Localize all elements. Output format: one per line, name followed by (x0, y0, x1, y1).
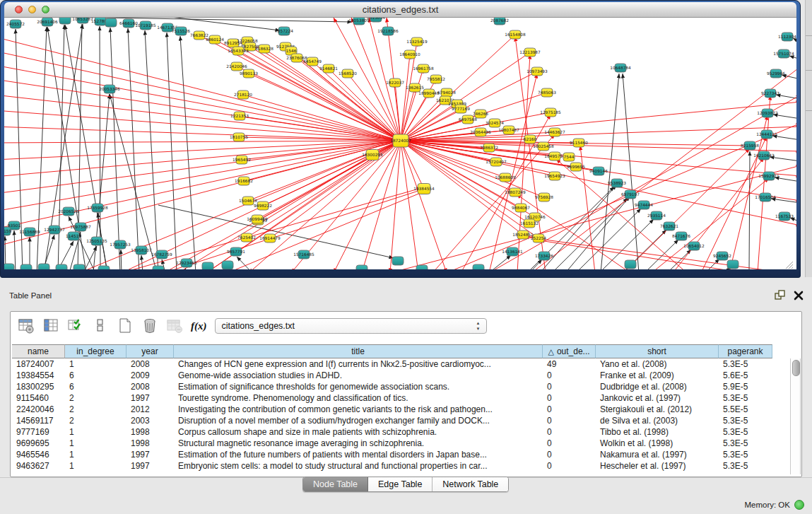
cell-pagerank[interactable]: 5.3E-5 (719, 450, 772, 460)
column-header-year[interactable]: year (126, 344, 174, 358)
graph-node[interactable] (4, 264, 14, 269)
cell-pagerank[interactable]: 5.6E-5 (719, 370, 772, 380)
cell-in_degree[interactable]: 2 (65, 416, 126, 426)
cell-name[interactable]: 9777169 (12, 427, 65, 437)
graph-node[interactable] (105, 18, 117, 27)
cell-title[interactable]: Changes of HCN gene expression and I(f) … (174, 359, 543, 369)
tab-edge-table[interactable]: Edge Table (368, 477, 433, 491)
cell-title[interactable]: Embryonic stem cells: a model to study s… (174, 461, 543, 471)
cell-pagerank[interactable]: 5.3E-5 (719, 393, 772, 403)
cell-short[interactable]: Franke et al. (2009) (596, 370, 719, 380)
cell-title[interactable]: Disruption of a novel member of a sodium… (174, 416, 543, 426)
cell-in_degree[interactable]: 6 (65, 370, 126, 380)
cell-year[interactable]: 2012 (126, 404, 174, 414)
table-select-icon[interactable] (66, 317, 85, 335)
cell-pagerank[interactable]: 5.3E-5 (719, 416, 772, 426)
cell-name[interactable]: 9463627 (12, 461, 65, 471)
table-row[interactable]: 946554611997Estimation of the future num… (12, 449, 772, 460)
graph-node[interactable] (20, 264, 32, 269)
table-row[interactable]: 946362711997Embryonic stem cells: a mode… (12, 460, 772, 472)
cell-year[interactable]: 1998 (126, 427, 174, 437)
graph-node[interactable] (356, 265, 367, 269)
cell-short[interactable]: Jankovic et al. (1997) (596, 393, 719, 403)
table-columns-icon[interactable] (42, 317, 60, 335)
new-document-icon[interactable] (116, 317, 134, 335)
cell-in_degree[interactable]: 1 (65, 461, 126, 471)
function-builder-icon[interactable]: f(x) (191, 320, 207, 332)
column-stack-icon[interactable] (91, 317, 110, 335)
cell-out_degree[interactable]: 0 (543, 382, 596, 392)
graph-node[interactable] (202, 262, 213, 269)
cell-in_degree[interactable]: 2 (65, 404, 126, 414)
cell-pagerank[interactable]: 5.3E-5 (719, 359, 772, 369)
cell-short[interactable]: Yano et al. (2008) (596, 359, 719, 369)
network-canvas[interactable]: 2405572206914061085328715278026466160107… (4, 18, 796, 269)
graph-node[interactable] (473, 264, 484, 269)
cell-title[interactable]: Corpus callosum shape and size in male p… (174, 427, 543, 437)
tab-network-table[interactable]: Network Table (433, 477, 508, 491)
table-scrollbar-thumb[interactable] (792, 360, 800, 376)
cell-out_degree[interactable]: 0 (543, 427, 596, 437)
cell-name[interactable]: 22420046 (12, 404, 65, 414)
cell-title[interactable]: Structural magnetic resonance image aver… (174, 438, 543, 448)
cell-short[interactable]: Tibbo et al. (1998) (596, 427, 719, 437)
tab-node-table[interactable]: Node Table (303, 477, 368, 491)
table-row[interactable]: 1938455462009Genome-wide association stu… (12, 370, 772, 381)
cell-name[interactable]: 19384554 (12, 370, 65, 380)
table-selector-dropdown[interactable]: citations_edges.txt▲▼ (215, 318, 487, 334)
cell-out_degree[interactable]: 0 (543, 370, 596, 380)
cell-out_degree[interactable]: 0 (543, 404, 596, 414)
cell-in_degree[interactable]: 1 (65, 438, 126, 448)
cell-year[interactable]: 2009 (126, 370, 174, 380)
cell-in_degree[interactable]: 1 (65, 427, 126, 437)
column-header-title[interactable]: title (174, 344, 543, 358)
cell-out_degree[interactable]: 0 (543, 393, 596, 403)
cell-name[interactable]: 9115460 (12, 393, 65, 403)
table-row[interactable]: 2242004622012Investigating the contribut… (12, 404, 772, 415)
table-row[interactable]: 1456911722003Disruption of a novel membe… (12, 415, 772, 426)
cell-short[interactable]: Stergiakouli et al. (2012) (596, 404, 719, 414)
graph-node[interactable] (222, 261, 233, 269)
cell-in_degree[interactable]: 1 (65, 359, 126, 369)
cell-pagerank[interactable]: 5.3E-5 (719, 461, 772, 471)
column-header-in_degree[interactable]: in_degree (65, 344, 126, 358)
cell-pagerank[interactable]: 5.3E-5 (719, 427, 772, 437)
cell-in_degree[interactable]: 2 (65, 393, 126, 403)
table-row[interactable]: 977716911998Corpus callosum shape and si… (12, 426, 772, 438)
trash-icon[interactable] (141, 317, 159, 335)
cell-title[interactable]: Tourette syndrome. Phenomenology and cla… (174, 393, 543, 403)
cell-name[interactable]: 9465546 (12, 450, 65, 460)
graph-node[interactable] (727, 260, 739, 269)
graph-node[interactable] (98, 266, 110, 269)
cell-pagerank[interactable]: 5.5E-5 (719, 404, 772, 414)
float-panel-icon[interactable] (775, 290, 785, 300)
cell-year[interactable]: 2008 (126, 382, 174, 392)
cell-in_degree[interactable]: 6 (65, 382, 126, 392)
cell-out_degree[interactable]: 0 (543, 438, 596, 448)
cell-title[interactable]: Investigating the contribution of common… (174, 404, 543, 414)
column-header-short[interactable]: short (596, 344, 719, 358)
cell-year[interactable]: 1997 (126, 393, 174, 403)
cell-name[interactable]: 18300295 (12, 382, 65, 392)
cell-short[interactable]: de Silva et al. (2003) (596, 416, 719, 426)
cell-name[interactable]: 18724007 (12, 359, 65, 369)
graph-node[interactable] (56, 264, 67, 269)
graph-node[interactable] (59, 18, 71, 24)
table-row[interactable]: 911546021997Tourette syndrome. Phenomeno… (12, 392, 772, 404)
table-row[interactable]: 969969511998Structural magnetic resonanc… (12, 438, 772, 449)
cell-short[interactable]: Wolkin et al. (1998) (596, 438, 719, 448)
column-header-out_degree[interactable]: △out_de... (543, 344, 596, 358)
cell-year[interactable]: 1997 (126, 461, 174, 471)
cell-name[interactable]: 9699695 (12, 438, 65, 448)
cell-short[interactable]: Dudbridge et al. (2008) (596, 382, 719, 392)
graph-node[interactable] (392, 257, 404, 265)
cell-year[interactable]: 2003 (126, 416, 174, 426)
cell-pagerank[interactable]: 5.3E-5 (719, 438, 772, 448)
graph-node[interactable] (38, 264, 49, 269)
table-row[interactable]: 1830029562008Estimation of significance … (12, 381, 772, 392)
cell-in_degree[interactable]: 1 (65, 450, 126, 460)
column-header-name[interactable]: name (12, 344, 65, 358)
graph-node[interactable] (73, 264, 85, 269)
table-row[interactable]: 1872400712008Changes of HCN gene express… (12, 358, 772, 370)
cell-name[interactable]: 14569117 (12, 416, 65, 426)
